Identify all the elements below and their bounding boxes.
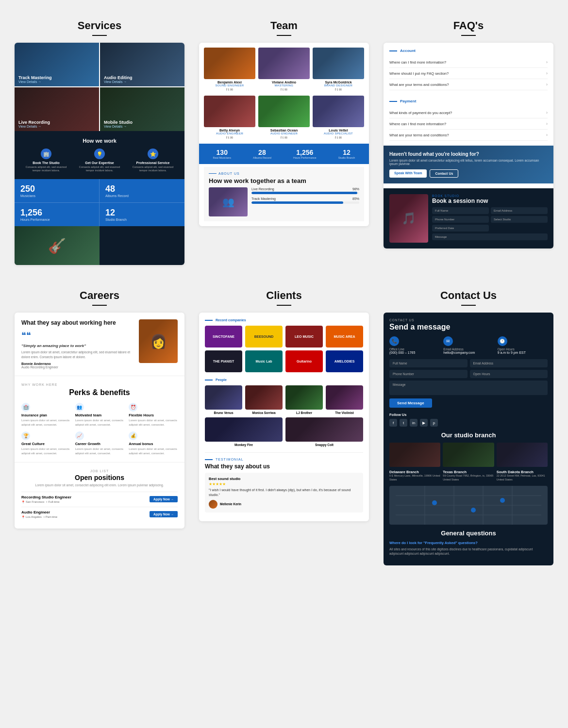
contact-field-hours[interactable]: Open Hours: [470, 370, 548, 378]
job-title-2: Audio Engineer: [21, 510, 57, 514]
contact-field-phone[interactable]: Phone Number: [389, 370, 468, 378]
hww-item-3: ⭐ Professional Service Consects adipisit…: [126, 149, 180, 172]
bs-field-studio[interactable]: Select Studio: [491, 216, 548, 223]
bs-field-message[interactable]: Message: [432, 233, 548, 240]
testimonial-title: What they say about us: [205, 463, 363, 470]
team-member-1: Benjamin Alexi SOUND ENGINEER f t ✉: [204, 48, 255, 92]
faq-q-1: Where can I find more information?: [389, 60, 446, 65]
team-photo-6: [313, 96, 364, 127]
faq-section-account: Account: [389, 49, 548, 53]
hww-title: How we work: [19, 138, 180, 144]
ci-phone: 📞 Office Line (000) 000 – 1765: [389, 336, 439, 354]
gq-question-1[interactable]: Where do I look for "Frequently Asked" q…: [389, 541, 548, 545]
bs-label: BOOK STUDIO: [432, 194, 548, 198]
service-link-4[interactable]: View Details →: [104, 125, 133, 128]
faq-item-5[interactable]: Where can I find more information? ›: [389, 118, 548, 130]
contact-field-name[interactable]: Full Name: [389, 359, 468, 367]
service-mobile-studio[interactable]: Mobile Studio View Details →: [100, 87, 184, 131]
person-photo-1: [205, 385, 242, 410]
stat-label-2: Albums Record: [105, 194, 179, 198]
team-role-4: AUDIO ENGINEER: [204, 132, 255, 135]
facebook-icon[interactable]: f: [389, 419, 397, 427]
branch-title: Our studio branch: [389, 431, 548, 439]
perks-grid: 🏥 Insurance plan Lorem ipsum dolor sit a…: [21, 403, 178, 455]
bs-field-email[interactable]: Email Address: [491, 207, 548, 214]
bs-field-date[interactable]: Preferred Date: [432, 225, 489, 232]
team-member-6: Louis Vettel AUDIO SPECIALIST f t ✉: [313, 96, 364, 140]
faq-q-4: What kinds of payment do you accept?: [389, 111, 452, 115]
contact-textarea[interactable]: Message: [389, 381, 548, 395]
logo-beesound: BEESOUND: [245, 326, 283, 347]
bs-title: Book a session now: [432, 198, 548, 204]
bar-row-1: Live Recording 98%: [251, 187, 359, 194]
service-live-recording[interactable]: Live Recording View Details →: [15, 87, 99, 131]
perk-desc-1: Lorem ipsum dolor sit amet, consects adi…: [21, 418, 70, 427]
perk-desc-6: Lorem ipsum dolor sit amet, consects adi…: [129, 447, 178, 455]
faq-item-1[interactable]: Where can I find more information? ›: [389, 57, 548, 68]
book-session: BOOK STUDIO Book a session now Full Name…: [384, 188, 553, 248]
about-bars: Live Recording 98% Track Mastering 85%: [251, 187, 359, 216]
faq-item-6[interactable]: What are your terms and conditions? ›: [389, 130, 548, 141]
service-audio-editing[interactable]: Audio Editing View Details →: [100, 43, 184, 86]
perk-title-6: Annual bonus: [129, 442, 178, 446]
branch-photos: [389, 443, 548, 467]
faq-item-4[interactable]: What kinds of payment do you accept? ›: [389, 107, 548, 118]
contact-field-email[interactable]: Email Address: [470, 359, 548, 367]
services-card: Track Mastering View Details → Audio Edi…: [15, 43, 184, 265]
apply-button-1[interactable]: Apply Now →: [150, 496, 178, 502]
service-link-3[interactable]: View Details →: [18, 125, 50, 128]
speak-team-button[interactable]: Speak With Team: [389, 169, 427, 178]
faq-arrow-2: ›: [546, 71, 548, 76]
service-link-1[interactable]: View Details →: [18, 80, 52, 83]
pinterest-icon[interactable]: p: [430, 419, 438, 427]
hww-desc-1: Consects adipisit elit, sed eiusmod temp…: [21, 165, 71, 172]
team-title: Team: [199, 19, 369, 32]
perk-title-3: Flexible Hours: [129, 413, 178, 417]
logo-sinctofane: SINCTOFANE: [205, 326, 242, 347]
logo-guitarino: Guitarino: [285, 350, 323, 372]
person-name-3: LJ Brother: [285, 411, 323, 414]
send-message-button[interactable]: Send Message: [389, 398, 432, 408]
perk-title-5: Career Growth: [75, 442, 124, 446]
bs-field-name[interactable]: Full Name: [432, 207, 489, 214]
team-role-2: MASTERING: [258, 84, 310, 87]
team-socials-6: f t ✉: [313, 136, 364, 140]
job-info-2: Audio Engineer 📍 Los Angeles • Part-time: [21, 510, 57, 519]
quote-icon: ❝❝: [21, 330, 134, 341]
job-info-1: Recording Studio Engineer 📍 San Francisc…: [21, 495, 71, 504]
bs-field-phone[interactable]: Phone Number: [432, 216, 489, 223]
hww-icon-2: 💡: [94, 149, 105, 159]
svg-point-9: [471, 508, 476, 513]
ts-num-4: 12: [338, 149, 355, 156]
stat-num-4: 12: [105, 208, 179, 218]
careers-underline: [92, 305, 107, 306]
ci-email-value: hello@company.com: [443, 351, 493, 354]
faq-item-3[interactable]: What are your terms and conditions? ›: [389, 79, 548, 90]
instagram-icon[interactable]: in: [410, 419, 418, 427]
team-photo-1: [204, 48, 255, 79]
apply-button-2[interactable]: Apply Now →: [150, 511, 178, 517]
team-member-4: Betty Alveyn AUDIO ENGINEER f t ✉: [204, 96, 255, 140]
test-avatar-row-1: Mellenie Kerin: [209, 500, 359, 509]
youtube-icon[interactable]: ▶: [420, 419, 428, 427]
hww-icon-3: ⭐: [148, 149, 158, 159]
careers-title: Careers: [15, 289, 184, 302]
bar-label-2: Track Mastering 85%: [251, 197, 359, 200]
careers-card: What they say about working here ❝❝ "Sim…: [15, 313, 184, 529]
follow-us-label: Follow Us: [389, 413, 548, 417]
job-item-2: Audio Engineer 📍 Los Angeles • Part-time…: [21, 507, 178, 522]
ct-quote: "Simply an amazing place to work": [21, 344, 134, 348]
faq-item-2[interactable]: Where should I put my FAQ section? ›: [389, 68, 548, 79]
hww-title-3: Professional Service: [128, 161, 178, 165]
stat-num-3: 1,256: [20, 208, 93, 218]
testimonial-item-1: Best sound studio ★★★★★ "I wish I would …: [205, 473, 363, 513]
contact-us-button[interactable]: Contact Us: [430, 169, 458, 178]
service-link-2[interactable]: View Details →: [104, 80, 133, 83]
nf-buttons: Speak With Team Contact Us: [389, 169, 548, 178]
service-track-mastering[interactable]: Track Mastering View Details →: [15, 43, 99, 86]
branch-infos: Delaware Branch 0 E Mercury Lane, Milnsv…: [389, 470, 548, 481]
ci-email-label: Email Address: [443, 347, 493, 351]
team-photo-2: [258, 48, 310, 79]
twitter-icon[interactable]: t: [400, 419, 407, 427]
branch-photo-2: [443, 443, 494, 467]
